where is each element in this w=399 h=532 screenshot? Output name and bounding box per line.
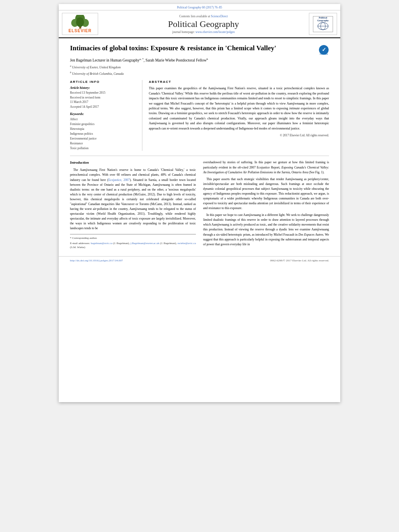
journal-badge: Political Geography xyxy=(313,16,333,32)
intro-para-4: In this paper we hope to cast Aamjiwnaan… xyxy=(203,213,329,247)
doi-link[interactable]: http://dx.doi.org/10.1016/j.polgeo.2017.… xyxy=(70,259,123,262)
globe-icon xyxy=(317,22,329,30)
svg-text:CrossMark: CrossMark xyxy=(320,53,328,55)
body-right-column: overshadowed by stories of suffering. In… xyxy=(203,160,329,250)
copyright-notice: © 2017 Elsevier Ltd. All rights reserved… xyxy=(149,134,329,137)
author1-name: Jen Bagelman Lecturer in Human Geography xyxy=(70,58,140,62)
article-info-column: ARTICLE INFO Article history: Received 1… xyxy=(70,80,142,151)
journal-citation: Political Geography 60 (2017) 76–85 xyxy=(177,6,222,9)
sciencedirect-link[interactable]: ScienceDirect xyxy=(211,14,228,18)
article-content: Intimacies of global toxins: Exposure & … xyxy=(59,38,340,256)
affil1-text: University of Exeter, United Kingdom xyxy=(72,66,121,69)
issn-notice: 0962-6298/© 2017 Elsevier Ltd. All right… xyxy=(270,259,329,262)
author1-sup: a, * xyxy=(140,58,144,61)
abstract-label: ABSTRACT xyxy=(149,80,329,84)
affil1-sup: a xyxy=(70,64,71,67)
keyword-6: Resistance xyxy=(70,141,137,146)
svg-point-4 xyxy=(76,17,84,27)
body-left-column: Introduction The Aamjiwnaang First Natio… xyxy=(70,160,196,250)
footnotes-section: * Corresponding author. E-mail addresses… xyxy=(70,234,196,250)
email-note: E-mail addresses: bagelman@uvic.ca (J. B… xyxy=(70,241,196,250)
corresponding-note: * Corresponding author. xyxy=(70,236,196,240)
sciencedirect-notice: Contents lists available at ScienceDirec… xyxy=(179,14,228,18)
crossmark-icon[interactable]: ✓ CrossMark xyxy=(319,45,329,55)
introduction-heading: Introduction xyxy=(70,160,196,166)
journal-badge-text: Political Geography xyxy=(317,16,329,31)
revised-date: 11 March 2017 xyxy=(70,100,137,105)
abstract-column: ABSTRACT This paper examines the geopoli… xyxy=(149,80,329,151)
elsevier-logo-container: ELSEVIER xyxy=(62,13,98,35)
history-title: Article history: xyxy=(70,86,137,90)
email-author-2: (J. Bagelman) xyxy=(160,242,176,245)
journal-center-header: Contents lists available at ScienceDirec… xyxy=(101,13,306,35)
elsevier-wordmark: ELSEVIER xyxy=(68,29,91,33)
journal-citation-bar: Political Geography 60 (2017) 76–85 xyxy=(59,4,340,10)
email-link-1[interactable]: bagelman@uvic.ca xyxy=(91,242,113,245)
affil2-sup: b xyxy=(70,71,71,74)
journal-homepage: journal homepage: www.elsevier.com/locat… xyxy=(172,30,235,34)
accepted-date: Accepted 14 April 2017 xyxy=(70,105,137,109)
affiliations: a University of Exeter, United Kingdom b… xyxy=(70,64,329,76)
article-title-row: Intimacies of global toxins: Exposure & … xyxy=(70,44,329,55)
email-link-2[interactable]: j.Bagelman@exeter.ac.uk xyxy=(130,242,159,245)
intro-para-1: The Aamjiwnaang First Nation's reserve i… xyxy=(70,168,196,231)
keyword-4: Indigenous politics xyxy=(70,131,137,136)
journal-homepage-link[interactable]: www.elsevier.com/locate/polgeo xyxy=(195,30,235,34)
keyword-5: Environmental justice xyxy=(70,136,137,141)
keywords-label: Keywords: xyxy=(70,112,137,116)
journal-badge-container: Political Geography xyxy=(309,13,337,35)
article-page: Political Geography 60 (2017) 76–85 ELSE… xyxy=(59,4,340,402)
email-label: E-mail addresses: xyxy=(70,242,90,245)
revised-label: Received in revised form xyxy=(70,96,137,100)
email-author-1: (J. Bagelman) xyxy=(113,242,129,245)
svg-text:✓: ✓ xyxy=(322,47,326,53)
email-link-3[interactable]: swiebe@uvic.ca xyxy=(177,242,196,245)
keyword-1: Affect xyxy=(70,117,137,122)
keyword-3: Heterotopia xyxy=(70,127,137,131)
abstract-text: This paper examines the geopolitics of t… xyxy=(149,86,329,131)
body-text-section: Introduction The Aamjiwnaang First Natio… xyxy=(70,160,329,250)
journal-title: Political Geography xyxy=(168,19,239,29)
author2-name: , Sarah Marie Wiebe Postdoctoral Fellow xyxy=(144,58,207,62)
elsevier-logo: ELSEVIER xyxy=(64,15,96,33)
section-divider xyxy=(70,156,329,156)
affiliation-2: b University of British Columbia, Canada xyxy=(70,70,329,76)
article-footer: http://dx.doi.org/10.1016/j.polgeo.2017.… xyxy=(59,256,340,265)
keyword-7: Toxic pollution xyxy=(70,146,137,151)
affil2-text: University of British Columbia, Canada xyxy=(72,72,123,75)
intro-para-2: overshadowed by stories of suffering. In… xyxy=(203,160,329,175)
keywords-section: Keywords: Affect Feminist geopolitics He… xyxy=(70,112,137,151)
article-history: Article history: Received 13 September 2… xyxy=(70,86,137,109)
keyword-2: Feminist geopolitics xyxy=(70,122,137,127)
author2-sup: b xyxy=(207,58,208,61)
intro-para-3: This paper asserts that such strategic v… xyxy=(203,177,329,211)
article-info-label: ARTICLE INFO xyxy=(70,80,137,84)
received-date: Received 13 September 2015 xyxy=(70,91,137,95)
journal-header: ELSEVIER Contents lists available at Sci… xyxy=(59,10,340,38)
email-author-3: (S.M. Wiebe) xyxy=(70,246,85,249)
article-title-text: Intimacies of global toxins: Exposure & … xyxy=(70,44,315,53)
ecojustice-link[interactable]: Ecojustice, 2007 xyxy=(108,178,130,182)
authors-line: Jen Bagelman Lecturer in Human Geography… xyxy=(70,58,329,62)
affiliation-1: a University of Exeter, United Kingdom xyxy=(70,64,329,70)
info-abstract-section: ARTICLE INFO Article history: Received 1… xyxy=(70,80,329,151)
elsevier-tree-icon xyxy=(69,15,91,29)
